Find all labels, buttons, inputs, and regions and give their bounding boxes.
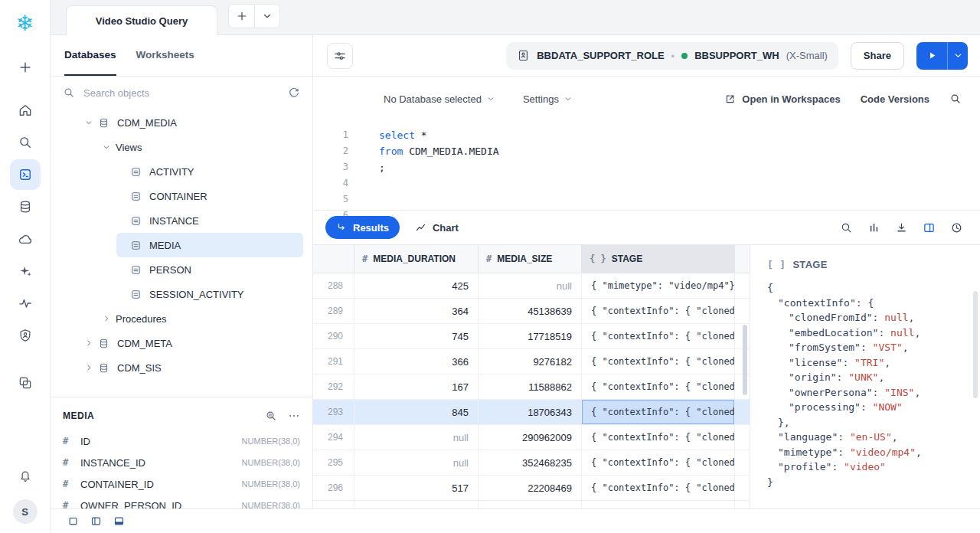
tree-item-activity[interactable]: ACTIVITY [51,159,312,184]
tree-item-media[interactable]: MEDIA [116,233,303,257]
share-button[interactable]: Share [851,42,904,70]
row-number-cell[interactable]: 291 [313,349,354,374]
cell-stage[interactable]: { "contextInfo": { "clonedFro [582,299,735,323]
object-column-row[interactable]: #CONTAINER_IDNUMBER(38,0) [63,473,300,495]
notifications-bell-icon[interactable] [10,460,41,491]
tree-item-cdm_meta[interactable]: CDM_META [51,331,312,355]
results-tab[interactable]: Results [325,216,400,239]
search-icon[interactable] [10,127,41,158]
table-row[interactable]: 29074517718519{ "contextInfo": { "cloned… [313,324,750,349]
cell-stage[interactable]: { "contextInfo": { "clonedFro [582,450,735,475]
cell-media-duration[interactable]: 755 [354,501,479,508]
search-objects-input[interactable] [82,87,281,100]
row-number-cell[interactable]: 292 [313,374,354,399]
code-line[interactable]: 4 [313,175,980,191]
run-options-button[interactable] [947,42,968,70]
home-icon[interactable] [10,95,41,126]
chevron-down-icon[interactable] [102,142,112,152]
panel-toggle-bottom-icon[interactable] [113,515,125,527]
user-avatar[interactable]: S [13,499,38,524]
tree-item-cdm_media[interactable]: CDM_MEDIA [51,110,312,135]
table-row[interactable]: 294null290962009{ "contextInfo": { "clon… [313,425,750,450]
tree-item-procedures[interactable]: Procedures [51,306,312,331]
cell-media-duration[interactable]: 366 [354,349,479,374]
cell-media-duration[interactable]: null [354,450,479,475]
cell-media-size[interactable]: 18706343 [479,400,582,424]
create-new-icon[interactable] [10,52,41,83]
database-selector[interactable]: No Database selected [384,93,495,105]
row-number-cell[interactable]: 296 [313,476,354,500]
worksheet-tab[interactable]: Video Studio Query [66,5,217,35]
chevron-right-icon[interactable] [84,338,94,348]
inspector-scrollbar-thumb[interactable] [973,291,978,398]
code-line[interactable]: 1select * [313,127,980,143]
worksheet-settings-sliders-icon[interactable] [327,43,353,69]
chart-tab[interactable]: Chart [415,222,459,234]
row-number-cell[interactable]: 295 [313,450,354,475]
row-number-header[interactable] [313,245,354,273]
tree-item-person[interactable]: PERSON [51,257,312,282]
cell-stage[interactable]: { "contextInfo": { "clonedFro [582,400,735,424]
cell-media-size[interactable]: 45138639 [479,299,582,323]
preview-data-icon[interactable] [265,410,277,422]
cell-media-duration[interactable]: 745 [354,324,479,348]
row-number-cell[interactable]: 294 [313,425,354,450]
column-header-media_size[interactable]: #MEDIA_SIZE [479,245,582,273]
new-worksheet-tab-button[interactable] [229,5,254,28]
data-products-cloud-icon[interactable] [10,224,41,254]
tree-item-session_activity[interactable]: SESSION_ACTIVITY [51,282,312,306]
cell-media-size[interactable]: 22208469 [479,476,582,500]
tab-worksheets[interactable]: Worksheets [136,35,194,76]
admin-shield-icon[interactable] [10,320,41,351]
cell-media-size[interactable]: 11588862 [479,374,582,399]
more-options-icon[interactable] [288,410,300,422]
sql-editor[interactable]: 1select *2from CDM_MEDIA.MEDIA3;456 [313,121,980,210]
table-row[interactable]: 288425null{ "mimetype": "video/mp4"} [313,273,750,299]
grid-scrollbar-thumb[interactable] [743,325,747,395]
code-line[interactable]: 2from CDM_MEDIA.MEDIA [313,143,980,159]
column-stats-icon[interactable] [862,216,885,239]
results-search-icon[interactable] [835,216,858,239]
table-row[interactable]: 295null352468235{ "contextInfo": { "clon… [313,450,750,476]
tree-item-instance[interactable]: INSTANCE [51,208,312,233]
monitoring-activity-icon[interactable] [10,288,41,319]
open-in-workspaces-link[interactable]: Open in Workspaces [724,93,840,105]
row-number-cell[interactable]: 290 [313,324,354,348]
snowflake-logo-icon[interactable]: ❄ [10,8,41,39]
cell-media-duration[interactable]: 845 [354,400,479,424]
settings-dropdown[interactable]: Settings [523,93,573,105]
table-row[interactable]: 29651722208469{ "contextInfo": { "cloned… [313,476,750,501]
row-number-cell[interactable]: 288 [313,273,354,298]
cell-stage[interactable]: { "mimetype": "video/mp4"} [582,273,735,298]
cell-media-duration[interactable]: 425 [354,273,479,298]
object-column-row[interactable]: #INSTANCE_IDNUMBER(38,0) [63,452,300,473]
row-number-cell[interactable]: 293 [313,400,354,424]
context-pill[interactable]: BBDATA_SUPPORT_ROLE • BBSUPPORT_WH (X-Sm… [506,42,838,70]
table-row[interactable]: 29384518706343{ "contextInfo": { "cloned… [313,400,750,425]
row-number-cell[interactable]: 297 [313,501,354,508]
editor-search-icon[interactable] [949,93,962,105]
chevron-right-icon[interactable] [84,363,94,372]
object-column-row[interactable]: #OWNER_PERSON_IDNUMBER(38,0) [63,495,300,508]
cell-stage[interactable]: { "contextInfo": { "clonedFro [582,349,735,374]
cell-media-size[interactable]: null [479,273,582,298]
panel-toggle-sidebar-icon[interactable] [67,515,79,527]
code-line[interactable]: 5 [313,191,980,208]
data-databases-icon[interactable] [10,191,41,222]
table-row[interactable]: 2913669276182{ "contextInfo": { "clonedF… [313,349,750,374]
tree-item-container[interactable]: CONTAINER [51,184,312,208]
panel-toggle-left-icon[interactable] [90,515,102,527]
row-number-cell[interactable]: 289 [313,299,354,323]
split-panel-icon[interactable] [917,216,940,239]
cell-media-size[interactable]: 290962009 [479,425,582,450]
chevron-right-icon[interactable] [102,314,112,323]
cell-media-size[interactable]: 17718519 [479,324,582,348]
tree-item-views[interactable]: Views [51,135,312,159]
run-button[interactable] [916,42,947,70]
code-versions-link[interactable]: Code Versions [861,93,929,105]
cell-media-duration[interactable]: null [354,425,479,450]
query-history-clock-icon[interactable] [945,216,968,239]
tree-item-cdm_sis[interactable]: CDM_SIS [51,355,312,380]
cell-media-duration[interactable]: 364 [354,299,479,323]
cell-media-size[interactable]: 352468235 [479,450,582,475]
